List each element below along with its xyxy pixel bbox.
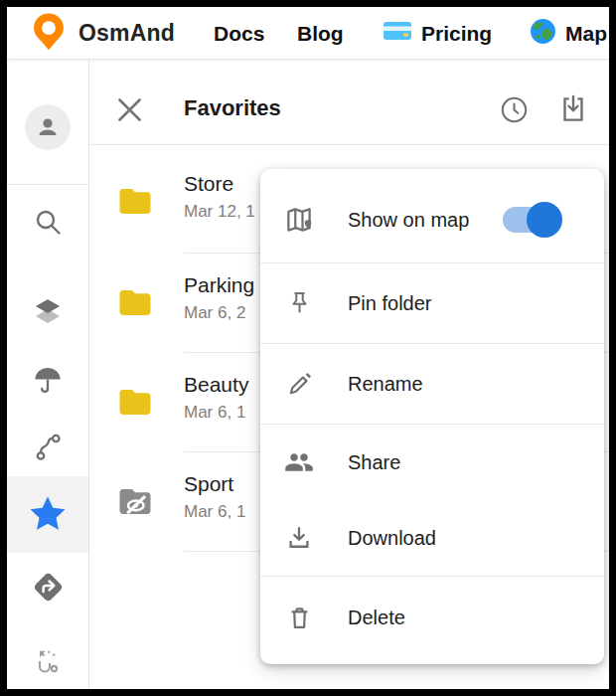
account-avatar-icon (25, 104, 71, 150)
folder-date: Mar 6, 2 (184, 301, 254, 325)
star-icon (29, 495, 67, 536)
menu-item-label: Pin folder (348, 292, 432, 315)
menu-item-delete[interactable]: Delete (260, 577, 604, 658)
top-navbar: OsmAnd Docs Blog Pricing (7, 7, 609, 60)
folder-text: Store Mar 12, 1 (184, 170, 255, 224)
menu-item-download[interactable]: Download (260, 500, 604, 576)
trash-icon (284, 605, 314, 631)
sidebar-item-weather[interactable] (7, 367, 88, 399)
directions-icon (31, 570, 66, 609)
folder-date: Mar 6, 1 (184, 500, 245, 524)
app-window: OsmAnd Docs Blog Pricing (7, 7, 609, 689)
hidden-folder-icon (116, 486, 154, 521)
menu-item-share[interactable]: Share (260, 425, 604, 500)
osmand-logo-icon[interactable] (31, 7, 67, 60)
folder-name: Sport (184, 470, 245, 497)
globe-icon (530, 18, 556, 50)
folder-name: Store (184, 170, 255, 197)
folder-text: Sport Mar 6, 1 (184, 470, 245, 524)
menu-item-label: Rename (348, 373, 423, 396)
sidebar-item-navigation[interactable] (7, 570, 88, 609)
sidebar-item-map-layers[interactable] (7, 297, 88, 330)
menu-item-show-on-map[interactable]: Show on map (260, 177, 604, 262)
nav-link-map-label: Map (565, 22, 607, 46)
credit-card-icon (383, 20, 412, 47)
search-icon (33, 207, 64, 242)
sidebar-item-search[interactable] (7, 207, 88, 242)
menu-item-label: Download (348, 527, 436, 550)
umbrella-icon (33, 367, 63, 399)
pencil-icon (284, 371, 314, 398)
screenshot-frame: OsmAnd Docs Blog Pricing (0, 0, 616, 696)
folder-text: Parking Mar 6, 2 (184, 271, 254, 325)
download-icon (284, 524, 314, 552)
sidebar-item-plan-route[interactable] (7, 648, 88, 686)
folder-icon (116, 186, 154, 221)
layers-icon (33, 297, 63, 330)
nav-link-docs[interactable]: Docs (214, 7, 264, 60)
menu-item-rename[interactable]: Rename (260, 344, 604, 424)
folder-date: Mar 12, 1 (184, 200, 255, 224)
plan-route-icon (33, 648, 63, 686)
folder-icon (116, 287, 154, 322)
map-pin-icon (284, 205, 314, 235)
panel-title: Favorites (184, 95, 281, 121)
sidebar-item-favorites[interactable] (7, 495, 88, 536)
sidebar-divider (7, 184, 88, 185)
nav-link-map[interactable]: Map (530, 7, 607, 60)
menu-item-label: Show on map (348, 209, 469, 232)
menu-item-label: Share (348, 451, 400, 474)
sidebar (7, 60, 89, 689)
folder-name: Beauty (184, 371, 248, 398)
menu-item-pin-folder[interactable]: Pin folder (260, 263, 604, 343)
close-icon[interactable] (115, 95, 144, 128)
folder-icon (116, 387, 154, 422)
folder-date: Mar 6, 1 (184, 401, 248, 425)
brand-name[interactable]: OsmAnd (78, 7, 175, 60)
nav-link-blog[interactable]: Blog (297, 7, 344, 60)
menu-item-label: Delete (348, 607, 405, 629)
sidebar-item-account[interactable] (7, 104, 88, 150)
track-route-icon (34, 433, 63, 465)
nav-link-pricing[interactable]: Pricing (383, 7, 492, 60)
people-icon (284, 447, 314, 477)
toggle-thumb (527, 202, 562, 238)
show-on-map-toggle[interactable] (503, 207, 560, 233)
panel-header: Favorites (90, 60, 609, 145)
pushpin-icon (284, 290, 314, 317)
import-icon[interactable] (558, 94, 588, 128)
folder-context-menu: Show on map Pin folder (260, 169, 604, 664)
folder-text: Beauty Mar 6, 1 (184, 371, 248, 425)
nav-link-pricing-label: Pricing (421, 22, 492, 46)
sidebar-item-tracks[interactable] (7, 433, 88, 465)
folder-name: Parking (184, 271, 254, 298)
history-clock-icon[interactable] (500, 95, 529, 128)
